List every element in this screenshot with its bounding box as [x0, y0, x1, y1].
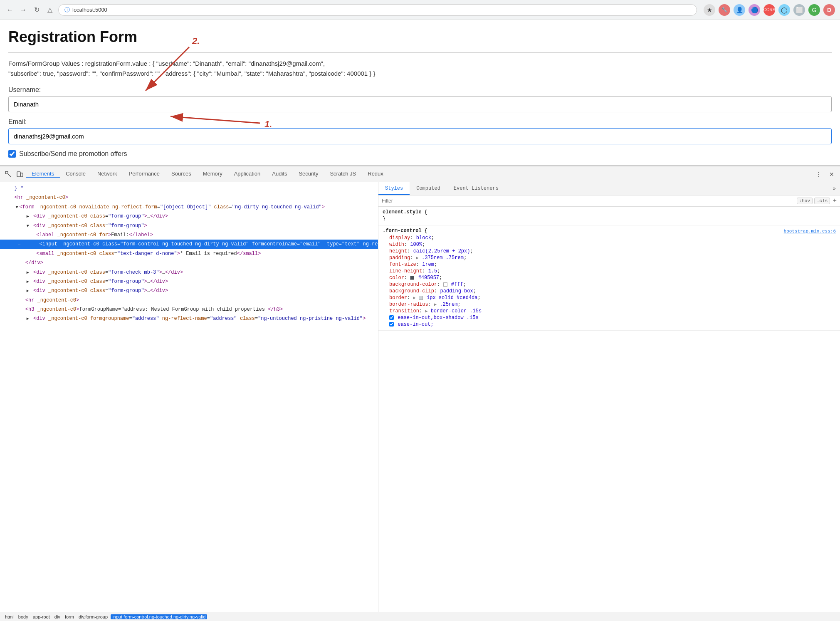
- ext-icon-5[interactable]: ◯: [778, 4, 790, 16]
- breadcrumb-form[interactable]: form: [63, 614, 76, 619]
- address-bar[interactable]: ⓘ localhost:5000: [58, 4, 697, 16]
- url-text: localhost:5000: [72, 7, 107, 13]
- star-icon[interactable]: ★: [704, 4, 715, 16]
- style-prop-display: display: block;: [383, 235, 836, 241]
- profile-icon[interactable]: D: [823, 4, 835, 16]
- filter-buttons: :hov .cls: [797, 198, 830, 204]
- email-input[interactable]: [8, 128, 832, 144]
- elements-line[interactable]: } ": [0, 184, 378, 193]
- form-values-text: Forms/FormGroup Values : registrationFor…: [8, 59, 832, 79]
- elements-line[interactable]: ▶ <div _ngcontent-c0 class="form-group">…: [0, 286, 378, 295]
- ext-icon-6[interactable]: ⬜: [793, 4, 805, 16]
- devtools-more-button[interactable]: ⋮: [813, 168, 824, 180]
- style-prop-height: height: calc(2.25rem + 2px);: [383, 248, 836, 255]
- tab-elements[interactable]: Elements: [26, 171, 60, 178]
- username-label: Username:: [8, 86, 832, 94]
- breadcrumb-app-root[interactable]: app-root: [31, 614, 52, 619]
- style-prop-color: color: #495057;: [383, 275, 836, 281]
- style-prop-font-size: font-size: 1rem;: [383, 261, 836, 268]
- username-input[interactable]: [8, 96, 832, 112]
- subscribe-checkbox[interactable]: [8, 150, 16, 158]
- breadcrumb-input[interactable]: input.form-control.ng-touched.ng-dirty.n…: [111, 614, 207, 619]
- devtools-more-buttons: ⋮ ✕: [813, 168, 838, 180]
- filter-bar: :hov .cls +: [378, 195, 840, 207]
- divider-1: [8, 52, 832, 53]
- email-label: Email:: [8, 118, 832, 126]
- cls-filter-button[interactable]: .cls: [814, 198, 830, 204]
- styles-tab-styles[interactable]: Styles: [378, 182, 410, 195]
- elements-line[interactable]: ▶ <div _ngcontent-c0 class="form-group">…: [0, 212, 378, 221]
- devtools-body: } " <hr _ngcontent-c0> ▼<form _ngcontent…: [0, 182, 840, 612]
- ext-icon-7[interactable]: G: [808, 4, 820, 16]
- breadcrumb-div-form-group[interactable]: div.form-group: [77, 614, 109, 619]
- elements-line-selected[interactable]: … <input _ngcontent-c0 class="form-contr…: [0, 240, 378, 249]
- color-swatch-border[interactable]: [419, 296, 423, 300]
- styles-tab-event-listeners[interactable]: Event Listeners: [447, 182, 505, 195]
- style-checkbox-1[interactable]: [389, 315, 394, 320]
- style-rule-header: .form-control { bootstrap.min.css:6: [383, 228, 836, 235]
- elements-line[interactable]: ▶ <div _ngcontent-c0 formgroupname="addr…: [0, 314, 378, 323]
- ext-icon-4[interactable]: CORS: [763, 4, 775, 16]
- elements-line[interactable]: ▶ <div _ngcontent-c0 class="form-check m…: [0, 268, 378, 277]
- username-group: Username:: [8, 86, 832, 112]
- toolbar-icons: ★ 🔧 👤 🔵 CORS ◯ ⬜ G D: [704, 4, 835, 16]
- tab-scratch-js[interactable]: Scratch JS: [324, 171, 362, 178]
- breadcrumb-html[interactable]: html: [3, 614, 15, 619]
- back-button[interactable]: ←: [5, 5, 15, 15]
- elements-line[interactable]: <label _ngcontent-c0 for>Email:</label>: [0, 230, 378, 240]
- tab-console[interactable]: Console: [60, 171, 91, 178]
- styles-more-button[interactable]: »: [829, 182, 840, 195]
- inspect-element-button[interactable]: [2, 168, 14, 180]
- elements-line[interactable]: </div>: [0, 258, 378, 267]
- ext-icon-2[interactable]: 👤: [734, 4, 745, 16]
- tab-memory[interactable]: Memory: [197, 171, 228, 178]
- home-button[interactable]: △: [45, 5, 55, 15]
- elements-line[interactable]: <h3 _ngcontent-c0>formGroupName="address…: [0, 305, 378, 314]
- bootstrap-source-link[interactable]: bootstrap.min.css:6: [784, 229, 836, 234]
- devtools-close-button[interactable]: ✕: [826, 168, 838, 180]
- breadcrumb-div[interactable]: div: [53, 614, 62, 619]
- style-prop-ease2: ease-in-out;: [383, 321, 836, 328]
- color-swatch-bg[interactable]: [443, 282, 447, 287]
- style-prop-border-radius: border-radius: ▶ .25rem;: [383, 301, 836, 308]
- breadcrumb-body[interactable]: body: [17, 614, 30, 619]
- elements-line[interactable]: ▼ <div _ngcontent-c0 class="form-group">: [0, 221, 378, 230]
- style-prop-bg-clip: background-clip: padding-box;: [383, 288, 836, 294]
- style-rule-element-style: element.style { }: [378, 207, 840, 225]
- styles-tab-computed[interactable]: Computed: [410, 182, 447, 195]
- tab-network[interactable]: Network: [91, 171, 123, 178]
- devtools-tabs: Elements Console Network Performance Sou…: [26, 171, 813, 178]
- hov-filter-button[interactable]: :hov: [797, 198, 813, 204]
- device-toggle-button[interactable]: [14, 168, 26, 180]
- tab-performance[interactable]: Performance: [123, 171, 166, 178]
- devtools: Elements Console Network Performance Sou…: [0, 166, 840, 621]
- browser-chrome: ← → ↻ △ ⓘ localhost:5000 ★ 🔧 👤 🔵 CORS ◯ …: [0, 0, 840, 20]
- style-prop-line-height: line-height: 1.5;: [383, 268, 836, 275]
- svg-rect-6: [5, 171, 8, 174]
- tab-sources[interactable]: Sources: [166, 171, 197, 178]
- color-swatch-text[interactable]: [410, 276, 414, 280]
- reload-button[interactable]: ↻: [32, 5, 42, 15]
- forward-button[interactable]: →: [18, 5, 28, 15]
- lock-icon: ⓘ: [64, 6, 70, 14]
- add-style-button[interactable]: +: [833, 197, 837, 205]
- tab-application[interactable]: Application: [228, 171, 267, 178]
- subscribe-row: Subscribe/Send me promotion offers: [8, 150, 832, 158]
- tab-security[interactable]: Security: [293, 171, 324, 178]
- email-group: Email:: [8, 118, 832, 144]
- elements-line[interactable]: <hr _ngcontent-c0>: [0, 296, 378, 305]
- elements-line[interactable]: <hr _ngcontent-c0>: [0, 193, 378, 202]
- style-checkbox-2[interactable]: [389, 322, 394, 327]
- tab-audits[interactable]: Audits: [266, 171, 293, 178]
- elements-line[interactable]: <small _ngcontent-c0 class="text-danger …: [0, 249, 378, 258]
- style-prop-ease1: ease-in-out,box-shadow .15s: [383, 314, 836, 321]
- form-values-line1: Forms/FormGroup Values : registrationFor…: [8, 60, 325, 67]
- elements-line[interactable]: ▶ <div _ngcontent-c0 class="form-group">…: [0, 277, 378, 286]
- tab-redux[interactable]: Redux: [362, 171, 389, 178]
- svg-rect-8: [17, 172, 20, 177]
- styles-filter-input[interactable]: [382, 198, 794, 204]
- ext-icon-1[interactable]: 🔧: [719, 4, 730, 16]
- style-close-brace: }: [383, 216, 836, 222]
- ext-icon-3[interactable]: 🔵: [749, 4, 760, 16]
- elements-line[interactable]: ▼<form _ngcontent-c0 novalidate ng-refle…: [0, 203, 374, 212]
